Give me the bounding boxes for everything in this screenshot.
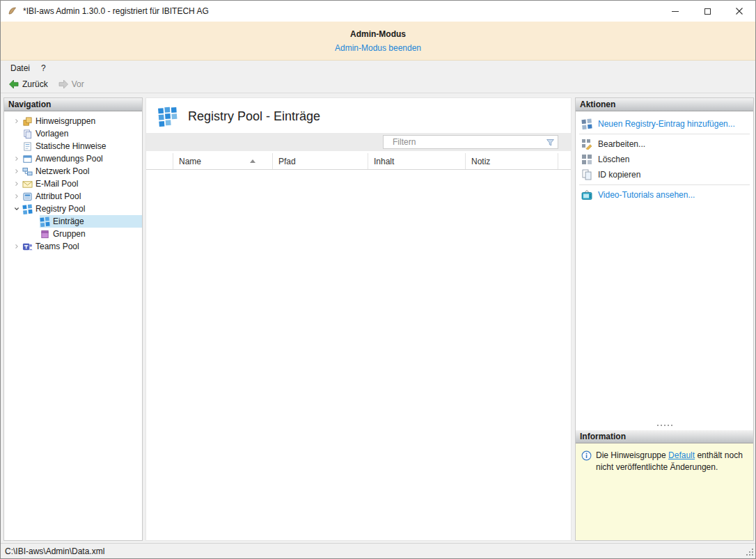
info-text-before: Die Hinweisgruppe xyxy=(596,450,668,460)
teams-pool-icon xyxy=(22,242,33,252)
action-label: Bearbeiten... xyxy=(598,139,645,149)
filter-icon[interactable] xyxy=(542,136,558,148)
navigation-panel: Navigation Hinweisgruppen xyxy=(3,97,143,541)
chevron-right-icon[interactable] xyxy=(11,153,22,164)
add-registry-entry-button[interactable]: Neuen Registry-Eintrag hinzufügen... xyxy=(576,116,753,132)
menu-bar: Datei ? xyxy=(1,61,755,76)
admin-mode-title: Admin-Modus xyxy=(350,29,406,39)
tree-item-teams-pool[interactable]: Teams Pool xyxy=(4,240,142,253)
column-label: Inhalt xyxy=(374,157,394,166)
forward-arrow-icon xyxy=(58,79,69,90)
status-bar: C:\IBI-aws\Admin\Data.xml xyxy=(1,543,755,558)
close-button[interactable] xyxy=(723,1,755,22)
tree-item-statische-hinweise[interactable]: Statische Hinweise xyxy=(4,140,142,152)
information-panel: Die Hinweisgruppe Default enthält noch n… xyxy=(576,443,753,540)
admin-mode-banner: Admin-Modus Admin-Modus beenden xyxy=(1,22,755,61)
action-label: Video-Tutorials ansehen... xyxy=(598,190,695,200)
main-title-row: Registry Pool - Einträge xyxy=(146,98,571,133)
actions-separator xyxy=(579,184,750,185)
filter-strip xyxy=(146,133,571,151)
column-header-inhalt[interactable]: Inhalt xyxy=(368,153,466,169)
information-message: Die Hinweisgruppe Default enthält noch n… xyxy=(596,450,748,473)
maximize-button[interactable] xyxy=(691,1,723,22)
chevron-right-icon[interactable] xyxy=(11,178,22,189)
tree-item-email-pool[interactable]: E-Mail Pool xyxy=(4,178,142,190)
video-tutorials-button[interactable]: Video-Tutorials ansehen... xyxy=(576,187,753,203)
copy-id-icon xyxy=(581,169,592,180)
tree-item-attribut-pool[interactable]: Attribut Pool xyxy=(4,190,142,203)
column-label: Pfad xyxy=(278,157,296,166)
copy-id-button[interactable]: ID kopieren xyxy=(576,167,753,182)
tree-item-eintraege[interactable]: Einträge xyxy=(4,215,142,228)
app-icon xyxy=(7,6,18,17)
tree-item-registry-pool[interactable]: Registry Pool xyxy=(4,203,142,215)
chevron-right-icon[interactable] xyxy=(11,116,22,127)
tree-item-label: Registry Pool xyxy=(36,204,85,214)
minimize-icon xyxy=(672,11,679,12)
tree-item-netzwerk-pool[interactable]: Netzwerk Pool xyxy=(4,165,142,178)
tree-item-vorlagen[interactable]: Vorlagen xyxy=(4,127,142,140)
resize-grip[interactable] xyxy=(745,547,754,556)
forward-button[interactable]: Vor xyxy=(54,77,88,91)
table-body xyxy=(146,170,571,504)
filter-input[interactable] xyxy=(384,137,542,147)
table-header: Name Pfad Inhalt Notiz xyxy=(146,153,571,170)
filter-box xyxy=(383,135,558,149)
chevron-down-icon[interactable] xyxy=(11,203,22,214)
tree-item-label: Vorlagen xyxy=(36,129,68,139)
actions-panel: Neuen Registry-Eintrag hinzufügen... Bea… xyxy=(576,111,753,420)
splitter-grip-icon xyxy=(664,425,666,426)
tree-item-label: Hinweisgruppen xyxy=(36,116,95,126)
info-icon xyxy=(581,450,592,461)
tree-item-label: Teams Pool xyxy=(36,242,79,251)
navigation-tree: Hinweisgruppen Vorlagen xyxy=(4,111,142,253)
window-title: *IBI-aws Admin 1.30.0 - registriert für … xyxy=(23,6,209,16)
actions-separator xyxy=(579,134,750,134)
tree-item-hinweisgruppen[interactable]: Hinweisgruppen xyxy=(4,115,142,127)
edit-button[interactable]: Bearbeiten... xyxy=(576,136,753,152)
column-label: Name xyxy=(179,157,201,166)
actions-header: Aktionen xyxy=(576,98,753,111)
registry-entries-icon xyxy=(40,216,50,227)
column-header-gutter xyxy=(146,153,173,169)
minimize-button[interactable] xyxy=(659,1,691,22)
action-label: Löschen xyxy=(598,155,629,164)
back-button[interactable]: Zurück xyxy=(4,77,52,91)
menu-item-datei[interactable]: Datei xyxy=(5,61,36,76)
column-header-pfad[interactable]: Pfad xyxy=(273,153,368,169)
information-header: Information xyxy=(576,430,753,443)
static-hints-icon xyxy=(22,141,33,152)
registry-entries-large-icon xyxy=(157,106,178,127)
tree-item-label: Netzwerk Pool xyxy=(36,166,89,176)
forward-button-label: Vor xyxy=(72,79,84,89)
tree-item-label: Einträge xyxy=(53,216,84,226)
application-window: { "window": { "title": "*IBI-aws Admin 1… xyxy=(0,0,756,559)
tree-item-label: Anwendungs Pool xyxy=(36,154,103,164)
tree-item-label: Gruppen xyxy=(53,229,86,239)
add-registry-entry-icon xyxy=(581,118,592,129)
column-header-filler xyxy=(558,153,571,169)
delete-icon xyxy=(581,154,592,165)
edit-icon xyxy=(581,139,592,150)
close-icon xyxy=(736,8,743,15)
delete-button[interactable]: Löschen xyxy=(576,152,753,167)
action-label: ID kopieren xyxy=(598,170,640,180)
action-label: Neuen Registry-Eintrag hinzufügen... xyxy=(598,119,735,129)
chevron-right-icon[interactable] xyxy=(11,241,22,252)
column-label: Notiz xyxy=(471,157,490,166)
admin-mode-exit-link[interactable]: Admin-Modus beenden xyxy=(335,43,421,53)
network-pool-icon xyxy=(22,166,33,177)
column-header-name[interactable]: Name xyxy=(173,153,273,169)
window-controls xyxy=(659,1,755,22)
tree-item-anwendungs-pool[interactable]: Anwendungs Pool xyxy=(4,152,142,165)
column-header-notiz[interactable]: Notiz xyxy=(466,153,558,169)
chevron-right-icon[interactable] xyxy=(11,166,22,177)
tree-item-gruppen[interactable]: Gruppen xyxy=(4,228,142,240)
default-group-link[interactable]: Default xyxy=(668,450,695,460)
back-button-label: Zurück xyxy=(22,79,48,89)
menu-item-help[interactable]: ? xyxy=(36,61,52,76)
right-panel: Aktionen Neuen Registry-Eintrag hinzufüg… xyxy=(575,97,754,541)
chevron-right-icon[interactable] xyxy=(11,191,22,202)
panel-splitter[interactable] xyxy=(576,420,753,430)
email-pool-icon xyxy=(22,179,33,189)
